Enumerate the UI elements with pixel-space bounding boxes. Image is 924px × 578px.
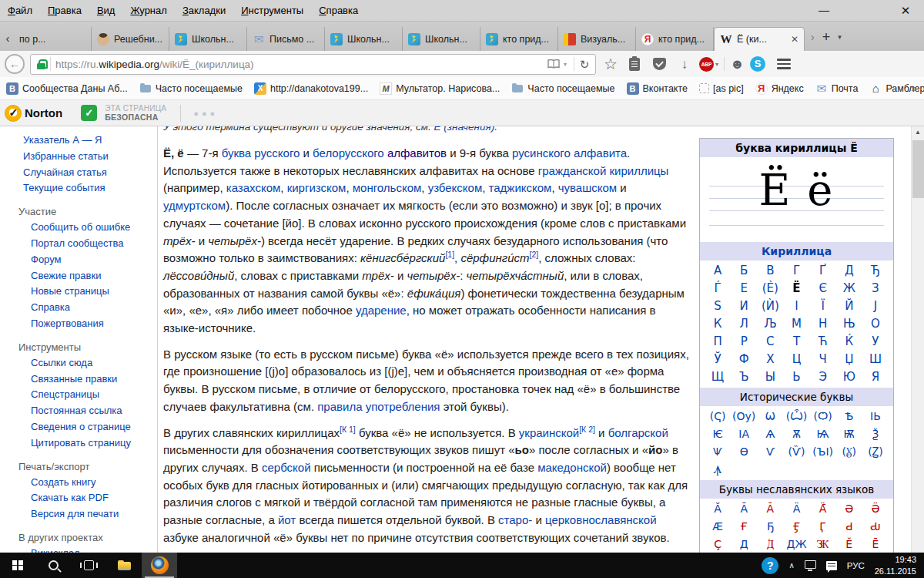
bookmark-item[interactable]: ММультатор. Нарисова... <box>380 82 500 95</box>
article-link[interactable]: ударение <box>356 304 407 317</box>
sidebar-link[interactable]: Цитировать страницу <box>31 435 157 452</box>
sidebar-link[interactable]: Связанные правки <box>31 371 157 388</box>
letter-cell[interactable]: С <box>757 333 783 351</box>
tab-scroll-left-icon[interactable]: ‹ <box>2 28 14 51</box>
bookmark-item[interactable]: Xhttp://danakotova199... <box>254 82 368 95</box>
tab[interactable]: по р... <box>14 27 92 51</box>
letter-cell[interactable]: Е <box>731 280 757 297</box>
tab-list-dropdown-icon[interactable]: ▾ <box>838 33 842 41</box>
letter-cell[interactable]: Ԁ <box>836 518 862 536</box>
chat-smiley-icon[interactable]: ☻ <box>730 56 745 72</box>
letter-cell[interactable]: Ã <box>757 500 783 518</box>
letter-cell[interactable]: (Ѽ) <box>783 408 809 425</box>
letter-cell[interactable]: Щ <box>705 368 731 386</box>
letter-cell[interactable]: Ѕ <box>705 297 731 315</box>
page-scrollbar[interactable]: ▲ <box>911 126 924 553</box>
letter-cell[interactable]: Ѓ <box>705 280 731 297</box>
article-link[interactable]: монгольском <box>353 181 422 194</box>
bookmark-item[interactable]: Часто посещаемые <box>139 82 243 95</box>
article-link[interactable]: македонской <box>537 461 607 474</box>
letter-cell[interactable]: Ѥ <box>705 425 731 443</box>
new-tab-button[interactable]: + <box>822 29 831 45</box>
article-link[interactable]: гражданской кириллицы <box>538 164 669 177</box>
letter-cell[interactable]: К <box>705 315 731 333</box>
tab-active[interactable]: WЁ (ки...✕ <box>714 27 805 51</box>
sidebar-link[interactable]: Случайная статья <box>23 165 157 181</box>
letter-cell[interactable]: Ӑ <box>705 500 731 518</box>
sidebar-link[interactable]: Сообщить об ошибке <box>31 220 157 236</box>
minimize-button[interactable]: — <box>808 0 839 21</box>
file-explorer-button[interactable] <box>106 553 142 578</box>
letter-cell[interactable]: Ѭ <box>836 425 862 443</box>
norton-menu-dots-icon[interactable]: ●●● <box>193 109 218 118</box>
article-link[interactable]: церковнославянской <box>545 513 657 526</box>
reload-icon[interactable]: ↻ <box>578 59 591 70</box>
menu-item-инструменты[interactable]: Инструменты <box>233 5 311 16</box>
letter-cell[interactable]: (Ҁ) <box>705 408 731 425</box>
letter-cell[interactable]: Х <box>757 351 783 368</box>
sidebar-link[interactable]: Избранные статьи <box>23 149 157 165</box>
sidebar-link[interactable]: Создать книгу <box>31 475 157 491</box>
letter-cell[interactable]: Ӷ <box>810 518 836 536</box>
letter-cell[interactable]: Ԃ <box>862 518 889 536</box>
pocket-icon[interactable] <box>653 58 666 70</box>
article-link[interactable]: буква русского <box>222 146 300 160</box>
letter-cell[interactable]: О <box>862 315 889 333</box>
letter-cell[interactable]: У <box>862 333 889 351</box>
letter-cell[interactable]: Ѵ <box>757 443 783 461</box>
sidebar-link[interactable]: Форум <box>31 252 157 268</box>
letter-cell[interactable]: В <box>757 262 783 280</box>
tab[interactable]: Школьн... <box>325 27 403 51</box>
bookmark-star-icon[interactable]: ☆ <box>601 56 620 72</box>
page-safe-check-icon[interactable]: ✓ <box>81 105 97 121</box>
letter-cell[interactable]: Й <box>836 297 862 315</box>
article-link[interactable]: русинского алфавита <box>512 146 627 160</box>
sidebar-link[interactable]: Викисклад <box>31 546 157 553</box>
bookmark-item[interactable]: ВВконтакте <box>627 82 688 95</box>
firefox-taskbar-button[interactable] <box>142 553 177 578</box>
article-link[interactable]: узбекском <box>428 181 483 194</box>
menu-item-закладки[interactable]: Закладки <box>175 5 233 16</box>
letter-cell[interactable]: (Ꙁ) <box>862 443 889 461</box>
letter-cell[interactable]: Л <box>731 315 757 333</box>
show-hidden-icons-chevron[interactable]: ∧ <box>788 561 794 570</box>
letter-cell[interactable]: Ē <box>862 536 889 553</box>
article-link[interactable]: киргизском <box>287 181 346 194</box>
network-tray-icon[interactable] <box>805 560 816 569</box>
article-link[interactable]: белорусского <box>313 146 384 160</box>
letter-cell[interactable]: Ӻ <box>783 518 809 536</box>
scrollbar-thumb[interactable] <box>912 140 924 198</box>
tab-close-icon[interactable]: ✕ <box>789 34 798 45</box>
letter-cell[interactable]: Ѣ <box>836 408 862 425</box>
sidebar-link[interactable]: Текущие события <box>23 180 157 197</box>
letter-cell[interactable]: Ѯ <box>862 425 889 443</box>
language-indicator[interactable]: РУС <box>847 561 865 570</box>
url-bar[interactable]: https://ru.wikipedia.org/wiki/Ё_(кирилли… <box>30 54 596 75</box>
letter-cell[interactable]: Б <box>731 262 757 280</box>
letter-cell[interactable]: Ь <box>783 368 809 386</box>
menu-item-журнал[interactable]: Журнал <box>122 5 174 16</box>
skype-icon[interactable]: S <box>750 56 765 72</box>
article-link[interactable]: чувашском <box>558 181 617 194</box>
article-link[interactable]: украинской <box>519 426 579 439</box>
adblock-caret-icon[interactable]: ▾ <box>715 61 718 68</box>
tab[interactable]: кто прид... <box>480 27 558 51</box>
sidebar-link[interactable]: Справка <box>31 300 157 316</box>
letter-cell[interactable]: Ш <box>862 351 889 368</box>
bookmark-item[interactable]: [as pic] <box>699 83 744 94</box>
infobox-section-header[interactable]: Кириллица <box>700 242 893 260</box>
letter-cell[interactable]: І <box>783 297 809 315</box>
letter-cell[interactable]: З <box>862 280 889 297</box>
article-link[interactable]: йот <box>278 513 296 526</box>
letter-cell[interactable]: Н <box>810 315 836 333</box>
letter-cell[interactable]: Ꚅ <box>810 536 836 553</box>
letter-cell[interactable]: Џ <box>836 351 862 368</box>
task-view-button[interactable] <box>71 553 106 578</box>
letter-cell[interactable]: Ћ <box>810 333 836 351</box>
bookmarks-overflow-icon[interactable]: » <box>911 83 916 94</box>
letter-cell[interactable]: М <box>783 315 809 333</box>
hamburger-menu-icon[interactable] <box>777 59 791 69</box>
bookmark-item[interactable]: ВСообщества Даны Аб... <box>6 82 128 95</box>
letter-cell[interactable]: Ѩ <box>810 425 836 443</box>
letter-cell[interactable]: (Ѻ) <box>810 408 836 425</box>
